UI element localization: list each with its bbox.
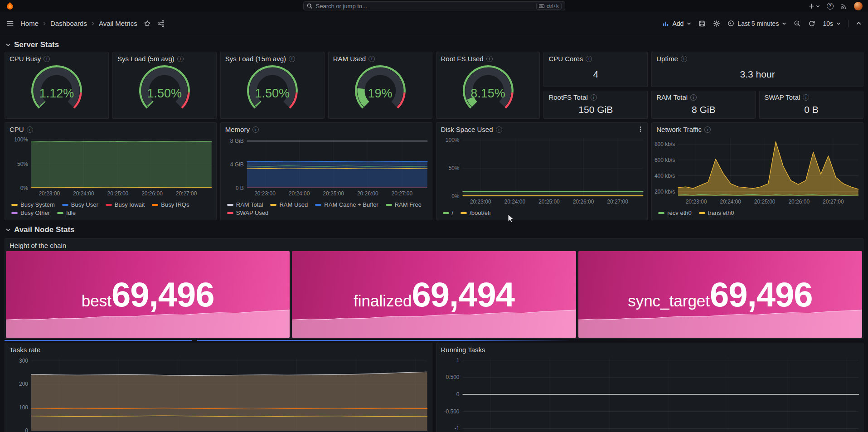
panel-title[interactable]: Sys Load (5m avg) <box>117 55 175 63</box>
breadcrumb-dashboards[interactable]: Dashboards <box>50 19 87 27</box>
panel-title[interactable]: SWAP Total <box>764 93 800 101</box>
panel-title[interactable]: Running Tasks <box>441 346 485 354</box>
legend-item[interactable]: /boot/efi <box>461 209 490 216</box>
panel-title[interactable]: Height of the chain <box>10 242 66 249</box>
panel-network-traffic: Network Traffici 20:23:0020:24:0020:25:0… <box>651 122 863 220</box>
star-icon[interactable] <box>144 20 151 27</box>
chain-stats: best69,496 finalized69,494 sync_target69… <box>5 250 863 339</box>
legend-item[interactable]: / <box>443 209 454 216</box>
legend-item[interactable]: recv eth0 <box>658 209 691 216</box>
time-range-picker[interactable]: Last 5 minutes <box>727 20 786 27</box>
stat-value: 3.3 hour <box>652 63 863 87</box>
info-icon[interactable]: i <box>704 126 711 133</box>
info-icon[interactable]: i <box>289 56 295 62</box>
x-axis-label: 20:26:00 <box>573 199 594 205</box>
add-button[interactable]: Add <box>662 20 691 27</box>
info-icon[interactable]: i <box>690 94 697 101</box>
info-icon[interactable]: i <box>496 126 502 133</box>
news-icon[interactable] <box>840 3 847 10</box>
new-menu-button[interactable] <box>808 3 820 10</box>
info-icon[interactable]: i <box>44 56 50 62</box>
section-avail-node-stats[interactable]: Avail Node Stats <box>5 223 863 237</box>
share-icon[interactable] <box>157 20 165 27</box>
menu-icon[interactable] <box>6 19 14 27</box>
legend-item[interactable]: RAM Free <box>386 201 422 208</box>
plot-area[interactable]: 20:23:0020:24:0020:25:0020:26:0020:27:00… <box>678 138 858 196</box>
panel-title[interactable]: Network Traffic <box>656 126 702 133</box>
panel-title[interactable]: Tasks rate <box>10 346 40 354</box>
plot-area[interactable]: 20:23:0020:24:0020:25:0020:26:0020:27:00… <box>463 138 643 196</box>
legend-item[interactable]: trans eth0 <box>699 209 734 216</box>
panel-title[interactable]: RAM Used <box>333 55 366 63</box>
help-icon[interactable]: ? <box>827 3 834 10</box>
legend-item[interactable]: SWAP Used <box>227 209 269 216</box>
legend-item[interactable]: Busy Other <box>11 209 50 216</box>
panel-title[interactable]: Root FS Used <box>441 55 484 63</box>
legend-label: trans eth0 <box>708 209 734 216</box>
cpu-chart[interactable]: 20:23:0020:24:0020:25:0020:26:0020:27:00… <box>5 134 216 200</box>
panel-title[interactable]: CPU Cores <box>548 55 583 63</box>
y-axis-label: 0 B <box>236 185 244 191</box>
info-icon[interactable]: i <box>252 126 259 133</box>
save-icon[interactable] <box>698 20 706 27</box>
info-icon[interactable]: i <box>27 126 33 133</box>
legend-swatch <box>227 212 233 214</box>
chevron-down-icon <box>687 21 691 26</box>
legend-item[interactable]: Busy User <box>62 201 98 208</box>
legend-item[interactable]: Busy IRQs <box>152 201 189 208</box>
plot-area[interactable]: 10.5000-0.500-1 <box>463 358 859 431</box>
y-axis-label: 0% <box>451 193 459 199</box>
sys-load-15m-gauge: 1.50% <box>225 63 320 116</box>
panel-swap-total: SWAP Totali 0 B <box>759 91 863 119</box>
info-icon[interactable]: i <box>486 56 493 62</box>
legend-item[interactable]: RAM Total <box>227 201 263 208</box>
avatar[interactable] <box>854 2 863 10</box>
section-server-stats[interactable]: Server Stats <box>5 38 863 52</box>
chain-stat-best[interactable]: best69,496 <box>6 251 290 338</box>
panel-height-of-chain: Height of the chain best69,496 finalized… <box>5 238 863 339</box>
info-icon[interactable]: i <box>177 56 184 62</box>
panel-title[interactable]: CPU <box>10 126 24 133</box>
legend-swatch <box>11 204 18 206</box>
legend-item[interactable]: Busy System <box>11 201 55 208</box>
network-legend: recv eth0 trans eth0 <box>652 208 863 220</box>
tasks-rate-chart[interactable]: 3002001000 <box>5 354 432 432</box>
plot-area[interactable]: 3002001000 <box>31 358 427 431</box>
panel-title[interactable]: Sys Load (15m avg) <box>225 55 286 63</box>
toolbar-left: Home Dashboards Avail Metrics <box>6 19 165 27</box>
panel-title[interactable]: RootFS Total <box>548 93 587 101</box>
search-input[interactable]: Search or jump to... ctrl+k <box>303 1 565 10</box>
chevron-up-icon[interactable] <box>856 20 862 26</box>
memory-chart[interactable]: 20:23:0020:24:0020:25:0020:26:0020:27:00… <box>221 134 432 200</box>
running-tasks-chart[interactable]: 10.5000-0.500-1 <box>436 354 863 432</box>
y-axis-label: 600 kb/s <box>655 157 675 163</box>
refresh-interval-picker[interactable]: 10s <box>823 20 841 27</box>
panel-title[interactable]: Uptime <box>656 55 678 63</box>
legend-item[interactable]: RAM Used <box>270 201 308 208</box>
plot-area[interactable]: 20:23:0020:24:0020:25:0020:26:0020:27:00… <box>31 138 212 188</box>
info-icon[interactable]: i <box>591 94 597 101</box>
info-icon[interactable]: i <box>681 56 687 62</box>
panel-title[interactable]: Memory <box>225 126 250 133</box>
info-icon[interactable]: i <box>586 56 592 62</box>
zoom-out-icon[interactable] <box>794 20 801 27</box>
legend-item[interactable]: RAM Cache + Buffer <box>315 201 378 208</box>
panel-menu-icon[interactable] <box>637 126 644 132</box>
network-chart[interactable]: 20:23:0020:24:0020:25:0020:26:0020:27:00… <box>652 134 863 208</box>
panel-title[interactable]: RAM Total <box>656 93 688 101</box>
chain-stat-sync-target[interactable]: sync_target69,496 <box>578 251 862 338</box>
gear-icon[interactable] <box>713 20 720 27</box>
panel-title[interactable]: CPU Busy <box>10 55 41 63</box>
panel-rootfs-total: RootFS Totali 150 GiB <box>543 91 648 119</box>
breadcrumb-home[interactable]: Home <box>20 19 39 27</box>
legend-item[interactable]: Busy Iowait <box>106 201 145 208</box>
chain-stat-finalized[interactable]: finalized69,494 <box>292 251 576 338</box>
legend-item[interactable]: Idle <box>57 209 76 216</box>
plot-area[interactable]: 20:23:0020:24:0020:25:0020:26:0020:27:00… <box>247 138 427 188</box>
info-icon[interactable]: i <box>803 94 809 101</box>
grafana-logo[interactable] <box>5 1 15 10</box>
panel-title[interactable]: Disk Space Used <box>441 126 493 133</box>
refresh-icon[interactable] <box>808 20 815 27</box>
info-icon[interactable]: i <box>369 56 375 62</box>
disk-chart[interactable]: 20:23:0020:24:0020:25:0020:26:0020:27:00… <box>436 134 648 208</box>
